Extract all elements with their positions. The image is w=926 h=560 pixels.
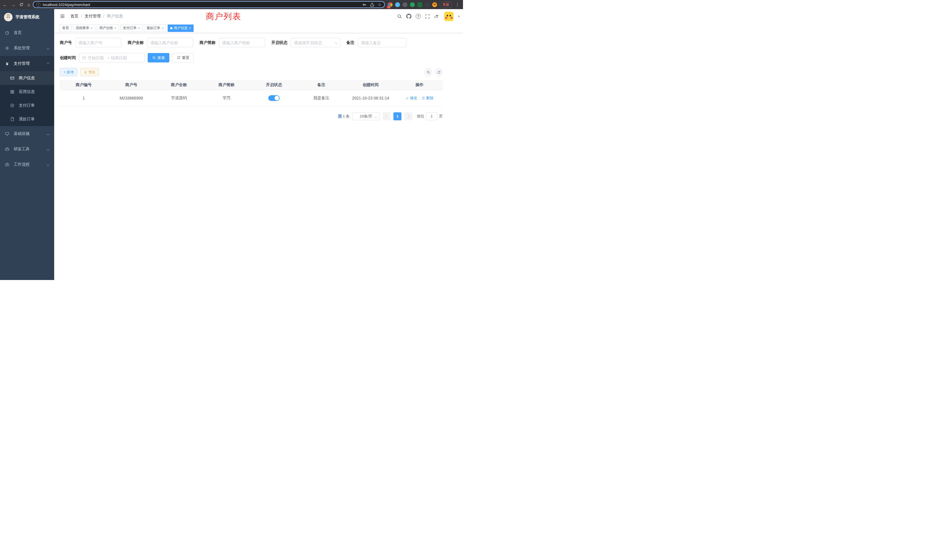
app-title: 芋道管理系统 [15,15,39,20]
tab-close-icon[interactable]: × [189,27,191,30]
tab-user-group[interactable]: 用户分组 × [97,24,119,32]
extension-icon[interactable] [410,2,415,7]
share-icon[interactable] [370,3,374,7]
sidebar-item-label: 退款订单 [19,117,35,122]
start-date-input[interactable] [88,56,106,60]
merchant-table: 商户编号 商户号 商户全称 商户简称 开启状态 备注 创建时间 操作 1 M23… [60,80,443,107]
workflow-icon [5,162,10,167]
tab-label: 用户分组 [99,26,113,30]
tab-close-icon[interactable]: × [91,27,93,30]
hamburger-icon[interactable] [59,12,67,20]
chevron-down-icon [47,148,50,151]
sidebar: 芋道管理系统 首页 系统管理 ¥ 支付管理 商户信息 [0,9,54,280]
home-icon[interactable]: ⌂ [27,3,30,7]
breadcrumb-home[interactable]: 首页 [70,14,79,19]
status-select[interactable] [291,38,340,47]
font-size-icon[interactable]: TT [434,14,439,19]
full-name-label: 商户全称 [128,40,144,45]
calendar-icon [82,56,86,60]
extension-icon[interactable] [395,2,400,7]
delete-button[interactable]: 删除 [422,95,433,101]
breadcrumb-payment[interactable]: 支付管理 [85,14,101,19]
sidebar-item-payment-mgmt[interactable]: ¥ 支付管理 [0,56,54,71]
avatar-caret-icon[interactable]: ▾ [458,15,460,18]
sidebar-item-app-info[interactable]: 应用信息 [0,85,54,98]
date-range-picker[interactable]: - [79,53,145,62]
user-avatar[interactable] [444,12,454,21]
sidebar-item-label: 首页 [14,30,22,35]
tab-close-icon[interactable]: × [138,27,140,30]
cell-create-time: 2021-10-23 08:31:14 [345,90,396,106]
github-icon[interactable] [406,14,412,19]
sidebar-item-label: 系统管理 [14,45,30,51]
toggle-search-button[interactable] [424,68,432,76]
status-toggle[interactable] [268,95,280,101]
forward-icon[interactable]: → [11,3,15,7]
short-name-field: 商户简称 [200,38,265,47]
search-button[interactable]: 搜索 [148,53,169,62]
sidebar-item-label: 基础设施 [14,131,30,136]
address-bar[interactable]: i localhost:1024/pay/merchant ☆ [33,1,385,8]
end-date-input[interactable] [111,56,129,60]
chevron-down-icon [47,132,50,135]
browser-menu-icon[interactable]: ⋮ [455,2,460,7]
fullscreen-icon[interactable] [425,14,430,19]
edit-button[interactable]: 修改 [406,95,418,101]
sidebar-item-refund-order[interactable]: 退款订单 [0,112,54,126]
cell-id: 1 [60,90,107,106]
chevron-down-icon [47,47,50,50]
sidebar-item-pay-order[interactable]: 支付订单 [0,98,54,112]
search-icon[interactable] [397,14,402,19]
goto-page-input[interactable] [426,112,437,120]
tab-label: 流程表单 [76,26,89,30]
add-button[interactable]: + 新增 [60,68,77,76]
chevron-right-icon [407,115,409,117]
extension-icon[interactable] [425,2,430,7]
tab-close-icon[interactable]: × [162,27,163,30]
extensions-area: 10 更新 ⋮ [388,2,460,8]
short-name-input[interactable] [219,38,265,47]
full-name-input[interactable] [147,38,193,47]
password-key-icon[interactable] [362,3,367,7]
site-info-icon[interactable]: i [36,3,41,7]
top-navbar: 首页 / 支付管理 / 商户信息 ? TT ▾ [54,9,463,23]
goto-label: 前往 [417,114,424,119]
sidebar-item-home[interactable]: 首页 [0,25,54,41]
page-size-select[interactable]: 10条/页 [353,112,380,120]
page-jumper: 前往 页 [417,112,443,120]
tab-pay-order[interactable]: 支付订单 × [120,24,142,32]
remark-input[interactable] [358,38,406,47]
reset-button[interactable]: 重置 [172,53,194,62]
short-name-label: 商户简称 [200,40,216,45]
merchant-no-input[interactable] [75,38,121,47]
column-header-status: 开启状态 [250,80,298,90]
sidebar-item-workflow[interactable]: 工作流程 [0,157,54,172]
page-number-button[interactable]: 1 [393,112,401,120]
tab-close-icon[interactable]: × [114,27,117,30]
reload-icon[interactable] [20,3,23,6]
cell-actions: 修改 删除 [396,90,443,106]
back-icon[interactable]: ← [3,3,7,7]
tab-home[interactable]: 首页 [60,24,71,32]
profile-avatar[interactable] [432,2,437,7]
next-page-button[interactable] [404,112,412,120]
sidebar-item-merchant-info[interactable]: 商户信息 [0,71,54,85]
browser-nav-buttons: ← → ⌂ [3,3,30,7]
extension-icon[interactable] [402,2,407,7]
sidebar-item-system-mgmt[interactable]: 系统管理 [0,41,54,56]
refresh-table-button[interactable] [435,68,443,76]
extension-icon[interactable] [418,2,422,7]
export-button[interactable]: 导出 [80,68,99,76]
sidebar-item-infrastructure[interactable]: 基础设施 [0,126,54,141]
create-time-field: 创建时间 - [60,53,145,62]
bookmark-star-icon[interactable]: ☆ [378,2,381,7]
browser-update-button[interactable]: 更新 [440,2,452,8]
tab-merchant-info[interactable]: 商户信息 × [168,24,194,32]
help-icon[interactable]: ? [416,14,421,19]
sidebar-item-dev-tools[interactable]: 研发工具 [0,141,54,157]
tab-refund-order[interactable]: 退款订单 × [144,24,166,32]
app-logo[interactable]: 芋道管理系统 [0,9,54,25]
tab-process-form[interactable]: 流程表单 × [73,24,95,32]
extension-icon[interactable]: 10 [388,2,393,7]
prev-page-button[interactable] [383,112,390,120]
